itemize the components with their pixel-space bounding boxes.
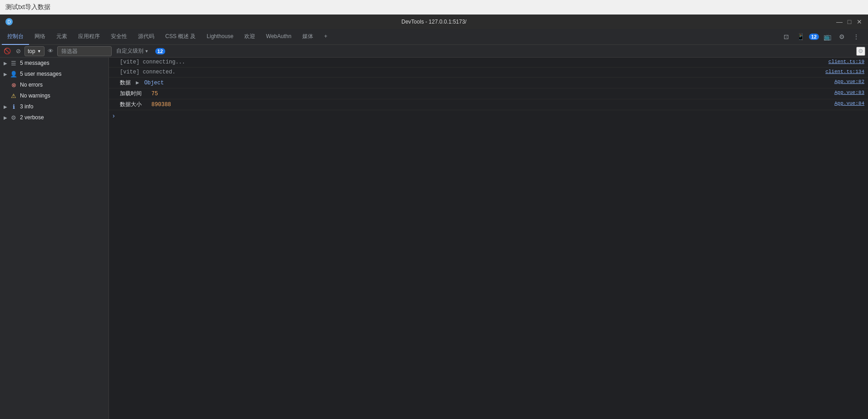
device-toolbar-icon[interactable]: 📱	[794, 30, 807, 43]
error-icon: ⊗	[10, 82, 17, 88]
sidebar-verbose-arrow: ▶	[4, 115, 8, 120]
tab-webauthn-label: WebAuthn	[266, 33, 291, 39]
window-controls[interactable]: — □ ✕	[836, 19, 863, 25]
row-text-load-time-prefix: 加载时间	[120, 91, 142, 97]
filter-icon: ⊘	[16, 48, 21, 54]
row3-triangle-icon[interactable]: ▶	[136, 80, 139, 86]
tab-application[interactable]: 应用程序	[73, 29, 105, 45]
dock-icon[interactable]: ⊡	[780, 30, 793, 43]
page-title: 测试txt导入数据	[5, 3, 50, 11]
row-source-load-time[interactable]: App.vue:83	[834, 90, 864, 95]
tab-css-overview-label: CSS 概述 及	[165, 33, 196, 40]
chevron-down-icon: ▼	[37, 49, 41, 54]
row-source-data-object[interactable]: App.vue:82	[834, 79, 864, 84]
row-content-vite-connecting: [vite] connecting...	[120, 59, 825, 65]
filter-input[interactable]	[57, 46, 112, 56]
expand-chevron-icon[interactable]: ›	[113, 112, 115, 119]
close-button[interactable]: ✕	[856, 19, 863, 25]
info-icon: ℹ	[10, 103, 17, 110]
console-row-data-size: 数据大小 890388 App.vue:84	[109, 99, 868, 110]
tab-elements[interactable]: 元素	[51, 29, 73, 45]
custom-level-button[interactable]: 自定义级别 ▼	[113, 46, 152, 56]
sidebar-item-no-warnings[interactable]: ▶ ⚠ No warnings	[0, 90, 108, 101]
warning-icon: ⚠	[10, 93, 17, 99]
tab-welcome[interactable]: 欢迎	[239, 29, 261, 45]
sidebar-user-messages-label: 5 user messages	[20, 71, 61, 77]
sidebar-user-arrow: ▶	[4, 72, 8, 77]
browser-titlebar: 测试txt导入数据	[0, 0, 868, 15]
custom-level-label: 自定义级别	[116, 47, 143, 55]
clear-console-button[interactable]: 🚫	[3, 47, 12, 56]
row-text-load-time-value: 75	[152, 91, 158, 97]
console-log-area: [vite] connecting... client.ts:19 [vite]…	[109, 58, 868, 419]
sidebar-item-3-info[interactable]: ▶ ℹ 3 info	[0, 101, 108, 112]
filter-toggle-button[interactable]: ⊘	[14, 47, 23, 56]
verbose-icon: ⚙	[10, 114, 17, 121]
console-row-data-object: 数据 ▶ Object App.vue:82	[109, 78, 868, 88]
tab-application-label: 应用程序	[78, 33, 100, 40]
sidebar-2-verbose-label: 2 verbose	[20, 114, 44, 121]
sidebar-item-2-verbose[interactable]: ▶ ⚙ 2 verbose	[0, 112, 108, 123]
gear-icon: ⚙	[858, 48, 863, 54]
row-text-data-prefix: 数据	[120, 80, 131, 86]
tab-lighthouse[interactable]: Lighthouse	[201, 29, 239, 45]
tab-network-label: 网络	[35, 33, 45, 40]
row-spacer-5	[145, 102, 148, 108]
os-titlebar: D DevTools - 127.0.0.1:5173/ — □ ✕	[0, 15, 868, 29]
devtools-tab-icons: ⊡ 📱 12 📺 ⚙ ⋮	[780, 30, 866, 43]
devtools-panel: 控制台 网络 元素 应用程序 安全性 源代码 CSS 概述 及 Lighthou…	[0, 29, 868, 419]
tab-sources[interactable]: 源代码	[133, 29, 160, 45]
tab-security[interactable]: 安全性	[105, 29, 133, 45]
console-sidebar: ▶ ☰ 5 messages ▶ 👤 5 user messages ▶ ⊗ N…	[0, 58, 109, 419]
row-spacer-4	[145, 91, 148, 97]
row-source-vite-connecting[interactable]: client.ts:19	[829, 59, 864, 64]
cast-icon[interactable]: 📺	[821, 30, 833, 43]
tab-add-label: +	[324, 33, 327, 39]
eye-icon: 👁	[48, 48, 54, 54]
tab-css-overview[interactable]: CSS 概述 及	[160, 29, 201, 45]
row-text-vite-connected: [vite] connected.	[120, 69, 175, 75]
console-row-vite-connected: [vite] connected. client.ts:134	[109, 68, 868, 78]
maximize-button[interactable]: □	[846, 19, 853, 25]
tab-media[interactable]: 媒体	[297, 29, 319, 45]
minimize-button[interactable]: —	[836, 19, 843, 25]
sidebar-info-arrow: ▶	[4, 104, 8, 109]
sidebar-error-arrow: ▶	[4, 83, 8, 88]
sidebar-all-messages-label: 5 messages	[20, 60, 49, 66]
row-text-data-size-value: 890388	[152, 102, 171, 108]
context-selector[interactable]: top ▼	[25, 46, 44, 56]
console-row-load-time: 加载时间 75 App.vue:83	[109, 88, 868, 99]
console-message-count-badge: 12	[155, 48, 165, 54]
expand-section: ›	[109, 110, 868, 121]
list-icon: ☰	[10, 60, 17, 67]
devtools-favicon: D	[5, 18, 13, 25]
tab-welcome-label: 欢迎	[244, 33, 255, 40]
tab-console-label: 控制台	[7, 33, 24, 40]
sidebar-item-all-messages[interactable]: ▶ ☰ 5 messages	[0, 58, 108, 68]
more-icon[interactable]: ⋮	[850, 30, 863, 43]
user-icon: 👤	[10, 71, 17, 78]
context-selector-label: top	[28, 48, 35, 54]
row-content-data-object: 数据 ▶ Object	[120, 79, 831, 87]
settings-icon[interactable]: ⚙	[835, 30, 848, 43]
row-content-vite-connected: [vite] connected.	[120, 69, 822, 75]
row-source-vite-connected[interactable]: client.ts:134	[825, 69, 864, 74]
tab-console[interactable]: 控制台	[2, 29, 29, 45]
tab-webauthn[interactable]: WebAuthn	[261, 29, 297, 45]
os-window-title: DevTools - 127.0.0.1:5173/	[401, 19, 466, 25]
tab-lighthouse-label: Lighthouse	[207, 33, 233, 39]
tab-add[interactable]: +	[319, 29, 333, 45]
row-text-vite-connecting: [vite] connecting...	[120, 59, 185, 65]
console-row-vite-connecting: [vite] connecting... client.ts:19	[109, 58, 868, 68]
sidebar-item-no-errors[interactable]: ▶ ⊗ No errors	[0, 79, 108, 90]
row-text-object-label[interactable]: Object	[144, 80, 164, 86]
clear-icon: 🚫	[4, 48, 11, 54]
sidebar-item-user-messages[interactable]: ▶ 👤 5 user messages	[0, 68, 108, 79]
eye-icon-button[interactable]: 👁	[46, 47, 55, 56]
row-text-data-size-prefix: 数据大小	[120, 102, 142, 108]
sidebar-no-errors-label: No errors	[20, 82, 43, 88]
tab-network[interactable]: 网络	[29, 29, 51, 45]
console-settings-button[interactable]: ⚙	[856, 47, 865, 56]
row-source-data-size[interactable]: App.vue:84	[834, 101, 864, 106]
sidebar-no-warnings-label: No warnings	[20, 93, 50, 99]
